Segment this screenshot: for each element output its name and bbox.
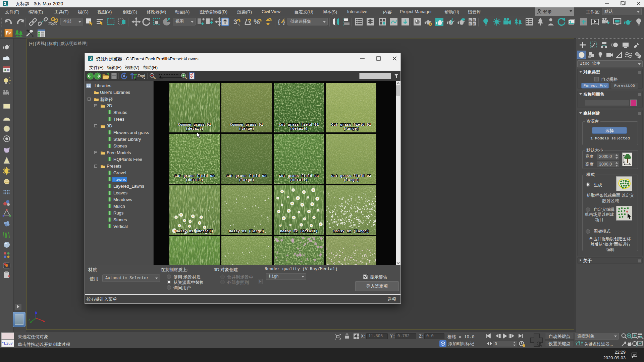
- svg-text:3: 3: [90, 56, 92, 61]
- svg-text:3: 3: [4, 1, 6, 6]
- svg-text:B: B: [473, 19, 475, 21]
- svg-text:C: C: [469, 23, 471, 25]
- svg-text:3: 3: [233, 18, 237, 25]
- svg-text:D: D: [473, 23, 475, 25]
- svg-text:{: {: [278, 18, 280, 25]
- svg-text:x: x: [29, 317, 31, 321]
